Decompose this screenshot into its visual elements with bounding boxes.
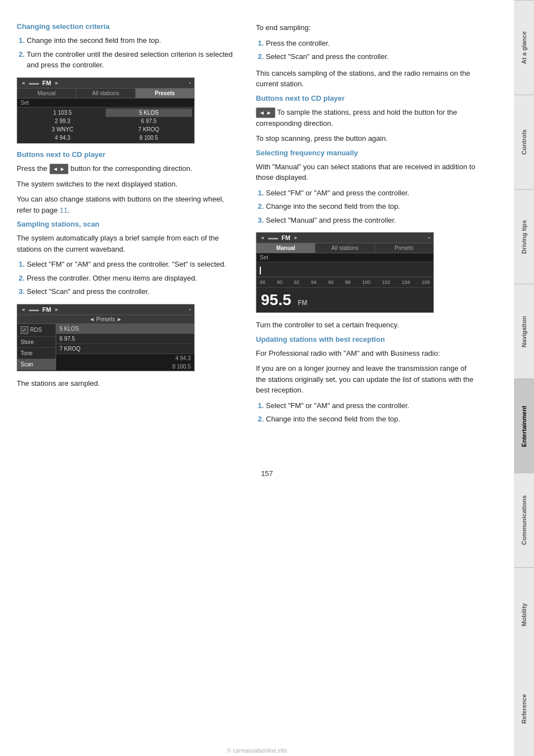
- section-buttons-cd-right: Buttons next to CD player ◄ ► To sample …: [256, 94, 478, 144]
- scan-station-row: 6 97.5: [56, 334, 194, 344]
- scan-menu: ✓ RDS Store Tone Scan 5 KLOS 6 97.5 7 KR…: [17, 324, 194, 371]
- station-item: 2 99.3: [19, 117, 106, 125]
- menu-item-store[interactable]: Store: [17, 337, 56, 348]
- body-text-cd-3: You can also change stations with button…: [17, 194, 239, 215]
- tuner-icon: ▬▬: [29, 307, 39, 312]
- presets-row: ◄ Presets ►: [17, 315, 194, 324]
- right-arrow-icon: ►: [55, 307, 60, 312]
- heading-selecting-frequency: Selecting frequency manually: [256, 149, 478, 157]
- corner-icon: ▪: [189, 80, 191, 86]
- fm-label: FM: [42, 306, 51, 313]
- steps-selecting-frequency: Select "FM" or "AM" and press the contro…: [256, 188, 478, 226]
- body-cd-right-1: ◄ ► To sample the stations, press and ho…: [256, 107, 478, 129]
- tab-manual[interactable]: Manual: [17, 89, 76, 98]
- step-item: Press the controller.: [266, 38, 478, 49]
- station-item: 5 KLOS: [106, 109, 192, 117]
- sampling-intro: The system automatically plays a brief s…: [17, 233, 239, 254]
- right-column: To end sampling: Press the controller. S…: [256, 22, 478, 430]
- main-content: Changing selection criteria Change into …: [0, 0, 514, 453]
- freq-set-row: Set: [256, 253, 433, 262]
- tab-all-stations[interactable]: All stations: [76, 89, 135, 98]
- fm-label: FM: [281, 234, 290, 241]
- rds-checkbox-icon: ✓: [21, 326, 28, 334]
- step-item: Select "FM" or "AM" and press the contro…: [266, 188, 478, 199]
- bottom-watermark: © carmanualsonline.info: [0, 745, 514, 756]
- tab-presets-freq[interactable]: Presets: [375, 243, 433, 253]
- scan-right-content: 5 KLOS 6 97.5 7 KROQ 4 94.3 8 100.5: [56, 324, 194, 371]
- section-buttons-cd: Buttons next to CD player Press the ◄ ► …: [17, 150, 239, 216]
- step-item: Change into the second field from the to…: [266, 201, 478, 212]
- station-item: 1 103.5: [19, 109, 106, 117]
- step-item: Select "FM" or "AM" and press the contro…: [27, 259, 239, 270]
- sampling-footer: The stations are sampled.: [17, 378, 239, 389]
- station-item: 3 WNYC: [19, 125, 106, 134]
- heading-buttons-cd: Buttons next to CD player: [17, 150, 239, 159]
- scan-bottom-row-2: 8 100.5: [56, 362, 194, 371]
- left-arrow-icon: ◄: [260, 235, 265, 240]
- end-sampling-intro: To end sampling:: [256, 22, 478, 33]
- freq-cursor-icon: [260, 267, 261, 274]
- radio-header: ◄ ▬▬ FM ► ▪: [17, 78, 194, 89]
- left-arrow-icon: ◄: [21, 307, 26, 312]
- tab-navigation[interactable]: Navigation: [514, 284, 534, 379]
- tab-entertainment[interactable]: Entertainment: [514, 379, 534, 473]
- tuner-icon: ▬▬: [268, 235, 278, 240]
- set-row: Set: [17, 99, 194, 107]
- menu-item-tone[interactable]: Tone: [17, 348, 56, 359]
- radio-tab-bar: Manual All stations Presets: [17, 89, 194, 99]
- freq-cursor-row: [256, 262, 433, 277]
- fm-label: FM: [42, 80, 51, 86]
- step-item: Press the controller. Other menu items a…: [27, 273, 239, 284]
- tab-controls[interactable]: Controls: [514, 95, 534, 189]
- station-item: 6 97.5: [106, 117, 192, 125]
- tab-mobility[interactable]: Mobility: [514, 567, 534, 662]
- step-item: Turn the controller until the desired se…: [27, 49, 239, 71]
- section-sampling: Sampling stations, scan The system autom…: [17, 220, 239, 389]
- heading-updating-stations: Updating stations with best reception: [256, 335, 478, 343]
- tab-manual-freq[interactable]: Manual: [256, 243, 315, 253]
- scan-station-list: 5 KLOS 6 97.5 7 KROQ: [56, 324, 194, 354]
- step-item: Select "Manual" and press the controller…: [266, 215, 478, 226]
- tab-at-a-glance[interactable]: At a glance: [514, 0, 534, 95]
- steps-sampling: Select "FM" or "AM" and press the contro…: [17, 259, 239, 297]
- section-changing-selection: Changing selection criteria Change into …: [17, 22, 239, 144]
- scan-header: ◄ ▬▬ FM ► ▪: [17, 305, 194, 315]
- scan-left-menu: ✓ RDS Store Tone Scan: [17, 324, 56, 371]
- corner-icon: ▪: [189, 307, 191, 312]
- steps-end-sampling: Press the controller. Select "Scan" and …: [256, 38, 478, 62]
- tuner-icon: ▬▬: [29, 80, 39, 86]
- station-item: 4 94.3: [19, 134, 106, 142]
- tab-driving-tips[interactable]: Driving tips: [514, 189, 534, 284]
- section-updating-stations: Updating stations with best reception Fo…: [256, 335, 478, 425]
- left-column: Changing selection criteria Change into …: [17, 22, 239, 430]
- step-item: Select "Scan" and press the controller.: [27, 286, 239, 297]
- steps-changing-selection: Change into the second field from the to…: [17, 35, 239, 71]
- scan-screen: ◄ ▬▬ FM ► ▪ ◄ Presets ► ✓ RDS Store Tone: [17, 304, 195, 371]
- freq-scale: 88 90 92 94 96 98 100 102 104 106: [256, 277, 433, 288]
- tab-presets[interactable]: Presets: [136, 89, 194, 98]
- steps-updating: Select "FM" or "AM" and press the contro…: [256, 400, 478, 425]
- section-selecting-frequency: Selecting frequency manually With "Manua…: [256, 149, 478, 331]
- cd-button-icon-right: ◄ ►: [256, 107, 275, 118]
- tab-communications[interactable]: Communications: [514, 473, 534, 567]
- page-link[interactable]: 11: [60, 206, 67, 214]
- step-item: Change into the second field from the to…: [27, 35, 239, 46]
- frequency-display: 95.5 FM: [256, 288, 433, 312]
- scan-bottom-row: 4 94.3: [56, 354, 194, 362]
- selecting-frequency-intro: With "Manual" you can select stations th…: [256, 161, 478, 183]
- tab-reference[interactable]: Reference: [514, 662, 534, 756]
- freq-unit-label: FM: [298, 299, 307, 307]
- station-item: 7 KROQ: [106, 125, 192, 134]
- heading-buttons-cd-right: Buttons next to CD player: [256, 94, 478, 102]
- end-sampling-note: This cancels sampling of the stations, a…: [256, 68, 478, 90]
- body-text-cd-2: The system switches to the next displaye…: [17, 179, 239, 190]
- side-navigation: At a glance Controls Driving tips Naviga…: [514, 0, 534, 756]
- tab-all-stations-freq[interactable]: All stations: [315, 243, 374, 253]
- cd-button-icon: ◄ ►: [50, 164, 69, 174]
- frequency-screen: ◄ ▬▬ FM ► ▪ Manual All stations Presets …: [256, 232, 434, 313]
- freq-tab-bar: Manual All stations Presets: [256, 243, 433, 253]
- menu-item-rds[interactable]: ✓ RDS: [17, 324, 56, 337]
- body-text-cd-1: Press the ◄ ► button for the correspondi…: [17, 163, 239, 174]
- freq-header: ◄ ▬▬ FM ► ▪: [256, 233, 433, 243]
- menu-item-scan[interactable]: Scan: [17, 359, 56, 370]
